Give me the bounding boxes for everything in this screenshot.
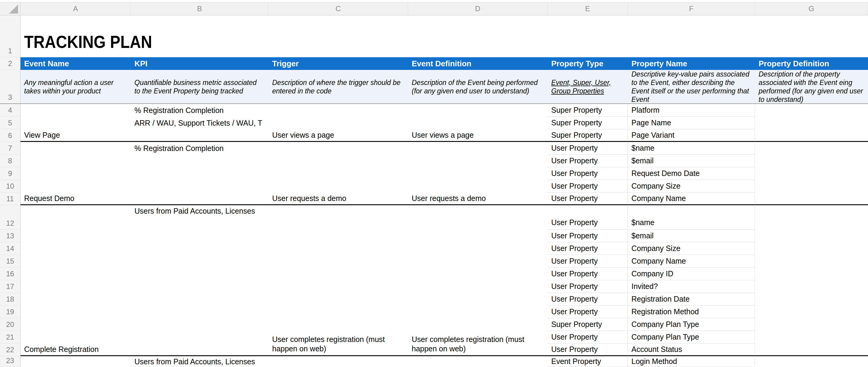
cell-C12[interactable]	[269, 205, 408, 230]
cell-G3[interactable]: Description of the property associated w…	[755, 70, 868, 104]
cell-C6[interactable]: User views a page	[269, 129, 408, 142]
row-header-15[interactable]: 15	[0, 255, 21, 268]
cell-A3[interactable]: Any meaningful action a user takes withi…	[21, 70, 131, 104]
select-all-corner[interactable]	[0, 2, 21, 15]
cell-C14[interactable]	[269, 242, 408, 255]
cell-F14[interactable]: Company Size	[628, 242, 755, 255]
cell-F16[interactable]: Company ID	[628, 268, 755, 280]
cell-B3[interactable]: Quantifiable business metric associated …	[131, 70, 269, 104]
cell-B18[interactable]	[131, 293, 269, 306]
cell-D14[interactable]	[408, 242, 548, 255]
cell-B5[interactable]: ARR / WAU, Support Tickets / WAU, T	[131, 117, 269, 129]
cell-A23[interactable]	[21, 356, 131, 367]
cell-D20[interactable]	[408, 318, 548, 331]
cell-D2[interactable]: Event Definition	[408, 57, 548, 70]
cell-E2[interactable]: Property Type	[548, 57, 628, 70]
cell-A18[interactable]	[21, 293, 131, 306]
cell-G5[interactable]	[755, 117, 868, 129]
cell-E16[interactable]: User Property	[548, 268, 628, 280]
cell-E3[interactable]: Event, Super, User, Group Properties	[548, 70, 628, 104]
row-header-23[interactable]: 23	[0, 356, 21, 367]
cell-G6[interactable]	[755, 129, 868, 142]
cell-E23[interactable]: Event Property	[548, 356, 628, 367]
cell-B8[interactable]	[131, 155, 269, 167]
cell-C13[interactable]	[269, 230, 408, 242]
cell-B11[interactable]	[131, 192, 269, 205]
cell-E4[interactable]: Super Property	[548, 104, 628, 117]
cell-F11[interactable]: Company Name	[628, 192, 755, 205]
cell-E8[interactable]: User Property	[548, 155, 628, 167]
row-header-10[interactable]: 10	[0, 180, 21, 192]
cell-A5[interactable]	[21, 117, 131, 129]
cell-F5[interactable]: Page Name	[628, 117, 755, 129]
cell-F9[interactable]: Request Demo Date	[628, 167, 755, 180]
cell-C10[interactable]	[269, 180, 408, 192]
column-header-D[interactable]: D	[408, 2, 548, 15]
cell-A9[interactable]	[21, 167, 131, 180]
cell-F19[interactable]: Registration Method	[628, 306, 755, 318]
cell-B7[interactable]: % Registration Completion	[131, 142, 269, 155]
cell-G22[interactable]	[755, 343, 868, 356]
cell-E18[interactable]: User Property	[548, 293, 628, 306]
cell-A15[interactable]	[21, 255, 131, 268]
row-header-18[interactable]: 18	[0, 293, 21, 306]
column-header-A[interactable]: A	[21, 2, 131, 15]
cell-E5[interactable]: Super Property	[548, 117, 628, 129]
cell-B4[interactable]: % Registration Completion	[131, 104, 269, 117]
column-header-E[interactable]: E	[548, 2, 628, 15]
cell-A11[interactable]: Request Demo	[21, 192, 131, 205]
row-header-2[interactable]: 2	[0, 57, 21, 70]
cell-G19[interactable]	[755, 306, 868, 318]
cell-A2[interactable]: Event Name	[21, 57, 131, 70]
cell-A19[interactable]	[21, 306, 131, 318]
cell-F23[interactable]: Login Method	[628, 356, 755, 367]
cell-B22[interactable]	[131, 343, 269, 356]
cell-G21[interactable]	[755, 331, 868, 343]
row-header-5[interactable]: 5	[0, 117, 21, 129]
cell-B2[interactable]: KPI	[131, 57, 269, 70]
cell-G11[interactable]	[755, 192, 868, 205]
cell-E13[interactable]: User Property	[548, 230, 628, 242]
cell-E17[interactable]: User Property	[548, 280, 628, 293]
row-header-1[interactable]: 1	[0, 16, 21, 57]
cell-D10[interactable]	[408, 180, 548, 192]
cell-B9[interactable]	[131, 167, 269, 180]
cell-F12[interactable]: $name	[628, 205, 755, 230]
cell-B21[interactable]	[131, 331, 269, 343]
cell-G10[interactable]	[755, 180, 868, 192]
row-header-4[interactable]: 4	[0, 104, 21, 117]
cell-G17[interactable]	[755, 280, 868, 293]
column-header-F[interactable]: F	[628, 2, 755, 15]
row-header-16[interactable]: 16	[0, 268, 21, 280]
column-header-G[interactable]: G	[755, 2, 868, 15]
cell-D16[interactable]	[408, 268, 548, 280]
cell-A12[interactable]	[21, 205, 131, 230]
cell-C8[interactable]	[269, 155, 408, 167]
cell-C16[interactable]	[269, 268, 408, 280]
cell-F22[interactable]: Account Status	[628, 343, 755, 356]
cell-E6[interactable]: Super Property	[548, 129, 628, 142]
cell-F18[interactable]: Registration Date	[628, 293, 755, 306]
cell-E11[interactable]: User Property	[548, 192, 628, 205]
cell-C4[interactable]	[269, 104, 408, 117]
cell-G14[interactable]	[755, 242, 868, 255]
cell-D13[interactable]	[408, 230, 548, 242]
row-header-9[interactable]: 9	[0, 167, 21, 180]
cell-C2[interactable]: Trigger	[269, 57, 408, 70]
cell-F20[interactable]: Company Plan Type	[628, 318, 755, 331]
row-header-21[interactable]: 21	[0, 331, 21, 343]
row-header-19[interactable]: 19	[0, 306, 21, 318]
cell-G23[interactable]	[755, 356, 868, 367]
cell-C5[interactable]	[269, 117, 408, 129]
cell-F4[interactable]: Platform	[628, 104, 755, 117]
cell-D9[interactable]	[408, 167, 548, 180]
cell-A10[interactable]	[21, 180, 131, 192]
cell-A6[interactable]: View Page	[21, 129, 131, 142]
cell-A16[interactable]	[21, 268, 131, 280]
cell-D7[interactable]	[408, 142, 548, 155]
cell-C9[interactable]	[269, 167, 408, 180]
cell-A13[interactable]	[21, 230, 131, 242]
column-header-B[interactable]: B	[131, 2, 269, 15]
cell-C18[interactable]	[269, 293, 408, 306]
cell-F13[interactable]: $email	[628, 230, 755, 242]
